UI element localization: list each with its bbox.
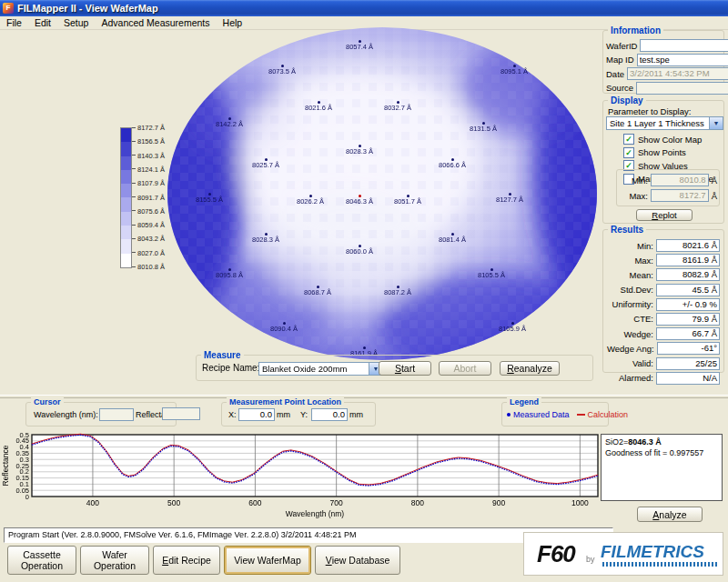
- wafer-point-value: 8026.2 Å: [283, 197, 338, 206]
- title-bar[interactable]: F FILMapper II - View WaferMap: [0, 0, 728, 16]
- nav-cassette-operation-button[interactable]: Cassette Operation: [7, 546, 76, 575]
- cursor-wavelength-label: Wavelength (nm):: [34, 410, 98, 419]
- measured-data-marker-icon: [507, 413, 511, 416]
- replot-button[interactable]: Replot: [636, 209, 693, 221]
- nav-wafer-operation-button[interactable]: Wafer Operation: [80, 546, 149, 575]
- colorbar-segment: [121, 254, 131, 267]
- info-row: Map ID: [606, 54, 721, 66]
- x-tick-label: 1000: [571, 498, 589, 507]
- x-tick-label: 700: [330, 498, 343, 507]
- wafer-point-value: 8028.3 Å: [238, 236, 293, 244]
- chevron-down-icon[interactable]: ▼: [709, 117, 723, 129]
- fit-thickness-value: 8046.3 Å: [628, 437, 662, 447]
- checkbox-show-color-map[interactable]: ✓Show Color Map: [623, 134, 713, 145]
- colorbar-segment: [121, 184, 131, 197]
- info-row: Source: [606, 82, 721, 95]
- measurement-point-title: Measurement Point Location: [227, 396, 344, 408]
- wafer-point-value: 8087.2 Å: [370, 288, 425, 296]
- nav-edit-recipe-button[interactable]: Edit Recipe: [153, 546, 220, 575]
- result-value: 8082.9 Å: [656, 268, 720, 281]
- start-button[interactable]: Start: [379, 361, 431, 376]
- colorbar-segment: [121, 170, 131, 184]
- wafer-point-value: 8095.1 Å: [487, 67, 541, 75]
- y-tick-label: 0.5: [20, 431, 29, 439]
- reanalyze-button[interactable]: Reanalyze: [500, 361, 560, 376]
- colorbar-tick-label: 8124.1 Å: [137, 166, 165, 174]
- information-title: Information: [608, 25, 663, 36]
- parameter-selected-value: Site 1 Layer 1 Thickness: [610, 118, 704, 128]
- measured-data-curve: [32, 435, 598, 486]
- calculation-marker-icon: [577, 414, 585, 416]
- colorbar-tick: [132, 183, 136, 184]
- colorbar-tick-label: 8091.7 Å: [137, 194, 165, 202]
- measure-title: Measure: [201, 349, 244, 361]
- recipe-selected-value: Blanket Oxide 200mm: [262, 364, 347, 374]
- window-title: FILMapper II - View WaferMap: [17, 3, 158, 14]
- colorbar-tick: [132, 225, 136, 226]
- logo-hatch-pattern: [602, 562, 717, 567]
- y-tick-label: 0.35: [15, 449, 29, 457]
- parameter-select[interactable]: Site 1 Layer 1 Thickness ▼: [606, 116, 723, 130]
- checkbox-show-points[interactable]: ✓Show Points: [623, 147, 713, 158]
- menu-item-edit[interactable]: Edit: [28, 16, 57, 29]
- info-field-waferid[interactable]: [640, 39, 728, 52]
- logo-brand: FILMETRICS: [601, 542, 704, 562]
- checked-icon[interactable]: ✓: [623, 147, 634, 158]
- results-title: Results: [608, 224, 646, 236]
- colorbar-tick: [132, 196, 136, 197]
- wafer-point-value: 8142.2 Å: [202, 120, 257, 128]
- colorbar-segment: [121, 226, 131, 239]
- colorbar-tick: [132, 155, 136, 156]
- result-label: Wedge Ang:: [607, 344, 657, 354]
- nav-view-database-button[interactable]: View Database: [315, 546, 400, 575]
- status-bar: Program Start (Ver. 2.8.0.9000, FMSolve …: [4, 527, 613, 543]
- x-unit: mm: [277, 410, 290, 419]
- wafer-map[interactable]: [164, 25, 602, 364]
- result-row-min: Min:8021.6 Å: [607, 239, 720, 252]
- menu-item-file[interactable]: File: [0, 16, 28, 29]
- info-row: WaferID: [606, 39, 721, 52]
- recipe-select[interactable]: Blanket Oxide 200mm ▼: [258, 362, 383, 376]
- calculation-curve: [32, 434, 598, 485]
- wafer-point-value: 8095.8 Å: [202, 271, 257, 279]
- y-tick-label: 0.2: [20, 467, 29, 476]
- colorbar: [120, 127, 132, 268]
- wafer-point-value: 8105.5 Å: [464, 271, 519, 279]
- app-icon: F: [3, 3, 14, 14]
- min-label: Min:: [626, 176, 651, 186]
- legend-title: Legend: [507, 396, 541, 408]
- wafer-point-value: 8155.5 Å: [182, 196, 237, 204]
- colorbar-tick-label: 8043.2 Å: [137, 235, 165, 243]
- colorbar-tick: [132, 252, 136, 253]
- cursor-title: Cursor: [31, 396, 64, 408]
- colorbar-segment: [121, 197, 131, 211]
- wafer-point-value: 8105.9 Å: [485, 325, 540, 333]
- nav-view-wafermap-button[interactable]: View WaferMap: [224, 546, 311, 575]
- menu-item-setup[interactable]: Setup: [57, 16, 95, 29]
- x-tick-label: 800: [411, 498, 424, 507]
- result-label: Min:: [607, 241, 656, 251]
- info-row: Date: [606, 67, 721, 80]
- min-scale-field: [651, 174, 709, 186]
- x-position-field[interactable]: [238, 408, 275, 421]
- max-scale-field: [651, 189, 709, 202]
- plot-background: [32, 435, 598, 497]
- result-row-valid: Valid:25/25: [607, 357, 720, 370]
- y-tick-label: 0.15: [15, 474, 29, 482]
- info-field-map-id[interactable]: [637, 54, 728, 66]
- colorbar-tick-label: 8059.4 Å: [137, 221, 165, 229]
- y-label: Y:: [300, 410, 308, 419]
- y-tick-label: 0.25: [15, 462, 29, 470]
- result-value: 8161.9 Å: [656, 254, 720, 266]
- result-row-wedge: Wedge:66.7 Å: [607, 327, 720, 340]
- result-value: 79.9 Å: [656, 313, 720, 326]
- result-row-uniformity: Uniformity:+/- 0.9 %: [607, 298, 720, 311]
- checked-icon[interactable]: ✓: [623, 134, 634, 145]
- y-position-field[interactable]: [311, 408, 348, 421]
- result-label: Alarmed:: [607, 373, 656, 383]
- wafer-point-value: 8068.7 Å: [290, 288, 345, 296]
- analyze-button[interactable]: Analyze: [637, 507, 703, 522]
- result-row-wedge-ang: Wedge Ang:-61°: [607, 342, 720, 355]
- wafer-point-value: 8073.5 Å: [255, 67, 309, 75]
- colorbar-segment: [121, 239, 131, 253]
